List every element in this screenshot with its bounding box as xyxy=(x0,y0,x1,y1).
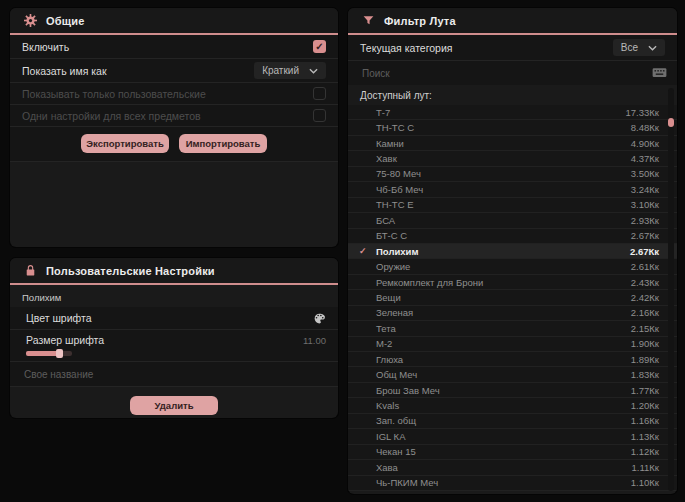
show-name-dropdown-value: Краткий xyxy=(262,65,299,76)
loot-item-value: 3.10Кк xyxy=(631,199,659,210)
enable-label: Включить xyxy=(22,41,69,53)
available-loot-label: Доступный лут: xyxy=(348,85,677,105)
loot-item-name: Хава xyxy=(376,462,398,473)
loot-item-name: Kvals xyxy=(376,400,399,411)
slider-fill xyxy=(26,351,60,356)
loot-list-item[interactable]: ✓ Чб-Бб Меч 3.24Кк xyxy=(348,182,677,197)
only-custom-checkbox[interactable] xyxy=(313,87,326,100)
loot-item-name: Вещи xyxy=(376,292,401,303)
lock-icon xyxy=(24,264,37,277)
loot-item-value: 1.89Кк xyxy=(631,354,659,365)
loot-list-item[interactable]: ✓ Хава 1.11Кк xyxy=(348,460,677,475)
import-button[interactable]: Импортировать xyxy=(179,134,267,153)
gear-icon xyxy=(24,14,37,27)
loot-item-name: Хавк xyxy=(376,153,397,164)
custom-settings-header: Пользовательские Настройки xyxy=(10,258,338,285)
loot-item-name: Оружие xyxy=(376,261,410,272)
loot-list-item[interactable]: ✓ 75-80 Меч 3.50Кк xyxy=(348,167,677,182)
loot-list-item[interactable]: ✓ Чекан 15 1.12Кк xyxy=(348,445,677,460)
loot-list-scrollbar[interactable] xyxy=(668,88,674,491)
delete-row: Удалить xyxy=(10,387,338,418)
export-button[interactable]: Экспортировать xyxy=(81,134,169,153)
loot-item-value: 1.20Кк xyxy=(631,400,659,411)
loot-item-name: Чь-ПКИМ Меч xyxy=(376,477,438,488)
enable-row[interactable]: Включить xyxy=(10,35,338,59)
loot-item-value: 2.67Кк xyxy=(631,230,659,241)
show-name-row: Показать имя как Краткий xyxy=(10,59,338,83)
loot-list-item[interactable]: ✓ БТ-С С 2.67Кк xyxy=(348,229,677,244)
loot-list-item[interactable]: ✓ Камни 4.90Кк xyxy=(348,136,677,151)
selected-item-name: Полихим xyxy=(10,285,338,307)
loot-item-name: Зап. общ xyxy=(376,415,416,426)
loot-filter-panel: Фильтр Лута Текущая категория Все Доступ… xyxy=(348,8,677,494)
loot-item-value: 17.33Кк xyxy=(626,107,659,118)
palette-icon[interactable] xyxy=(313,312,326,325)
loot-item-value: 1.77Кк xyxy=(631,385,659,396)
loot-item-value: 3.24Кк xyxy=(631,184,659,195)
font-size-value: 11.00 xyxy=(303,335,326,346)
chevron-down-icon xyxy=(648,45,657,51)
funnel-icon xyxy=(362,14,375,27)
category-row: Текущая категория Все xyxy=(348,35,677,61)
loot-list-item[interactable]: ✓ Брош Зав Меч 1.77Кк xyxy=(348,383,677,398)
category-dropdown-value: Все xyxy=(621,42,638,53)
loot-list-item[interactable]: ✓ Т-7 17.33Кк xyxy=(348,105,677,120)
loot-list-item[interactable]: ✓ IGL КА 1.13Кк xyxy=(348,429,677,444)
loot-item-name: Брош Зав Меч xyxy=(376,385,440,396)
loot-list-item[interactable]: ✓ Зап. общ 1.16Кк xyxy=(348,414,677,429)
loot-list-item[interactable]: ✓ БСА 2.93Кк xyxy=(348,213,677,228)
loot-list-item[interactable]: ✓ Зеленая 2.16Кк xyxy=(348,306,677,321)
loot-item-name: Глюха xyxy=(376,354,403,365)
loot-list-item[interactable]: ✓ Тета 2.15Кк xyxy=(348,321,677,336)
loot-item-value: 2.61Кк xyxy=(631,261,659,272)
loot-item-name: Полихим xyxy=(376,246,418,257)
loot-list-item[interactable]: ✓ Полихим 2.67Кк xyxy=(348,244,677,259)
loot-list-item[interactable]: ✓ Чь-ПКИМ Меч 1.10Кк xyxy=(348,476,677,491)
loot-list-item[interactable]: ✓ Ремкомплект для Брони 2.43Кк xyxy=(348,275,677,290)
loot-item-value: 2.93Кк xyxy=(631,215,659,226)
same-settings-label: Одни настройки для всех предметов xyxy=(22,110,201,122)
search-input[interactable] xyxy=(348,61,677,85)
loot-item-name: Чекан 15 xyxy=(376,446,416,457)
scrollbar-thumb[interactable] xyxy=(668,118,674,127)
font-size-slider[interactable] xyxy=(26,351,72,356)
loot-item-value: 1.10Кк xyxy=(631,477,659,488)
slider-handle[interactable] xyxy=(56,349,63,358)
category-label: Текущая категория xyxy=(360,42,453,54)
loot-list-item[interactable]: ✓ Глюха 1.89Кк xyxy=(348,352,677,367)
loot-list: ✓ Т-7 17.33Кк ✓ ТН-ТС С 8.48Кк ✓ Камни 4… xyxy=(348,105,677,491)
loot-item-value: 3.50Кк xyxy=(631,168,659,179)
keyboard-icon[interactable] xyxy=(652,67,667,78)
delete-button[interactable]: Удалить xyxy=(130,396,218,415)
loot-item-name: IGL КА xyxy=(376,431,405,442)
loot-item-name: БТ-С С xyxy=(376,230,407,241)
loot-list-item[interactable]: ✓ ТН-ТС Е 3.10Кк xyxy=(348,198,677,213)
loot-list-item[interactable]: ✓ Kvals 1.20Кк xyxy=(348,398,677,413)
loot-item-name: Камни xyxy=(376,138,404,149)
loot-item-value: 8.48Кк xyxy=(631,122,659,133)
loot-item-name: М-2 xyxy=(376,338,392,349)
loot-item-name: Чб-Бб Меч xyxy=(376,184,423,195)
search-row xyxy=(348,61,677,85)
font-size-row: Размер шрифта 11.00 xyxy=(10,330,338,362)
loot-list-item[interactable]: ✓ Общ Меч 1.83Кк xyxy=(348,367,677,382)
loot-item-name: Т-7 xyxy=(376,107,390,118)
only-custom-label: Показывать только пользовательские xyxy=(22,88,206,100)
loot-item-name: БСА xyxy=(376,215,395,226)
chevron-down-icon xyxy=(309,68,318,74)
loot-list-item[interactable]: ✓ М-2 1.90Кк xyxy=(348,337,677,352)
custom-name-input[interactable] xyxy=(10,362,338,387)
show-name-dropdown[interactable]: Краткий xyxy=(254,62,326,79)
loot-filter-title: Фильтр Лута xyxy=(384,15,456,27)
loot-item-value: 1.90Кк xyxy=(631,338,659,349)
category-dropdown[interactable]: Все xyxy=(613,39,665,56)
loot-list-item[interactable]: ✓ Хавк 4.37Кк xyxy=(348,151,677,166)
loot-item-name: ТН-ТС Е xyxy=(376,199,413,210)
loot-list-item[interactable]: ✓ Оружие 2.61Кк xyxy=(348,259,677,274)
loot-list-item[interactable]: ✓ Вещи 2.42Кк xyxy=(348,290,677,305)
enable-checkbox[interactable] xyxy=(313,40,326,53)
same-settings-checkbox[interactable] xyxy=(313,109,326,122)
loot-list-item[interactable]: ✓ ТН-ТС С 8.48Кк xyxy=(348,120,677,135)
loot-item-name: Тета xyxy=(376,323,396,334)
loot-item-name: Общ Меч xyxy=(376,369,417,380)
